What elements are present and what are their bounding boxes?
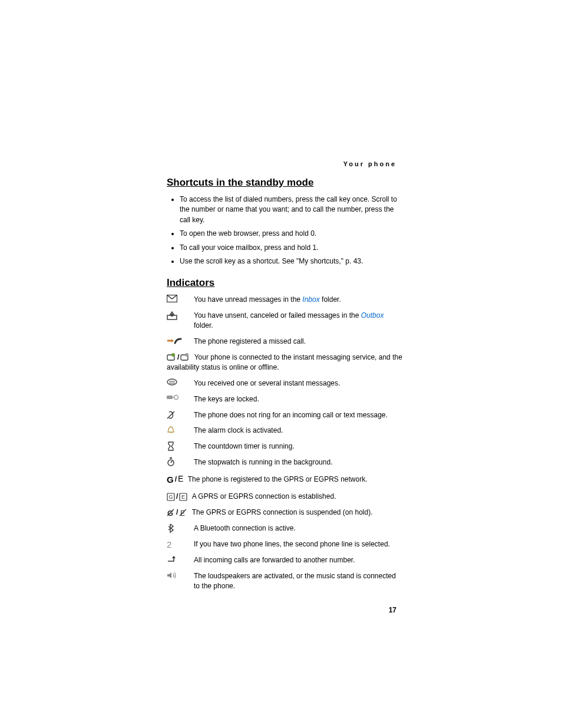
list-item: Use the scroll key as a shortcut. See "M… <box>180 256 402 266</box>
inbox-link[interactable]: Inbox <box>302 295 319 304</box>
indicators-heading: Indicators <box>167 277 402 289</box>
outbox-link[interactable]: Outbox <box>361 311 384 319</box>
indicator-text: The phone registered a missed call. <box>194 337 402 347</box>
stopwatch-icon <box>167 457 175 466</box>
indicator-row: All incoming calls are forwarded to anot… <box>167 555 402 565</box>
page-number: 17 <box>167 606 402 614</box>
shortcuts-heading: Shortcuts in the standby mode <box>167 177 402 189</box>
svg-rect-17 <box>170 457 172 459</box>
svg-rect-2 <box>171 314 173 317</box>
indicator-row: The phone registered a missed call. <box>167 337 402 347</box>
silent-icon <box>167 410 175 420</box>
svg-text:E: E <box>181 494 185 500</box>
im-received-icon <box>167 378 177 387</box>
list-item: To call your voice mailbox, press and ho… <box>180 243 402 253</box>
envelope-icon <box>167 295 177 302</box>
indicator-text: The keys are locked. <box>194 394 402 404</box>
indicator-row: The alarm clock is activated. <box>167 426 402 436</box>
indicator-row: A Bluetooth connection is active. <box>167 523 402 533</box>
indicator-text: You have unsent, canceled or failed mess… <box>194 311 402 331</box>
indicator-text: You have unread messages in the Inbox fo… <box>194 295 402 305</box>
loudspeaker-icon <box>167 571 177 579</box>
indicator-text: The stopwatch is running in the backgrou… <box>194 457 402 467</box>
keylock-icon <box>167 394 180 400</box>
indicator-row: / Your phone is connected to the instant… <box>167 353 402 373</box>
indicator-row: G / E The phone is registered to the GPR… <box>167 473 402 486</box>
missed-call-icon <box>167 337 182 345</box>
svg-point-6 <box>185 353 189 357</box>
indicator-row: You have unsent, canceled or failed mess… <box>167 311 402 331</box>
indicator-text: You received one or several instant mess… <box>194 378 402 388</box>
svg-text:G: G <box>168 494 173 500</box>
indicator-text: The alarm clock is activated. <box>194 426 402 436</box>
indicator-text: G / E The GPRS or EGPRS connection is su… <box>167 508 402 518</box>
indicator-text: G / E The phone is registered to the GPR… <box>167 473 402 486</box>
indicator-row: The phone does not ring for an incoming … <box>167 410 402 420</box>
timer-icon <box>167 442 175 451</box>
svg-line-16 <box>171 461 172 463</box>
svg-rect-10 <box>167 396 173 399</box>
gprs-pair-icon: G / E <box>167 473 183 486</box>
indicator-text: The countdown timer is running. <box>194 442 402 452</box>
indicator-row: G / E A GPRS or EGPRS connection is esta… <box>167 492 402 502</box>
indicator-row: 2 If you have two phone lines, the secon… <box>167 539 402 549</box>
indicator-row: The countdown timer is running. <box>167 442 402 452</box>
gprs-conn-pair-icon: G / E <box>167 492 187 502</box>
forward-icon <box>167 555 178 562</box>
indicator-row: You have unread messages in the Inbox fo… <box>167 295 402 305</box>
list-item: To access the list of dialed numbers, pr… <box>180 195 402 225</box>
list-item: To open the web browser, press and hold … <box>180 229 402 239</box>
indicator-text: A Bluetooth connection is active. <box>194 523 402 533</box>
shortcuts-list: To access the list of dialed numbers, pr… <box>167 195 402 266</box>
alarm-icon <box>167 426 175 434</box>
page-header: Your phone <box>167 160 402 167</box>
indicator-row: You received one or several instant mess… <box>167 378 402 388</box>
indicator-text: / Your phone is connected to the instant… <box>167 353 402 373</box>
gprs-hold-pair-icon: G / E <box>167 508 187 518</box>
indicator-row: The loudspeakers are activated, or the m… <box>167 571 402 591</box>
line2-icon: 2 <box>167 539 171 549</box>
outbox-icon <box>167 311 177 320</box>
svg-point-4 <box>171 353 175 357</box>
indicator-text: All incoming calls are forwarded to anot… <box>194 555 402 565</box>
indicator-text: G / E A GPRS or EGPRS connection is esta… <box>167 492 402 502</box>
indicator-text: The phone does not ring for an incoming … <box>194 410 402 420</box>
indicator-row: The stopwatch is running in the backgrou… <box>167 457 402 467</box>
im-pair-icon: / <box>167 353 190 363</box>
svg-point-11 <box>174 395 178 399</box>
indicator-text: The loudspeakers are activated, or the m… <box>194 571 402 591</box>
indicator-row: G / E The GPRS or EGPRS connection is su… <box>167 508 402 518</box>
svg-point-7 <box>167 379 177 385</box>
indicator-text: If you have two phone lines, the second … <box>194 539 402 549</box>
bluetooth-icon <box>167 523 175 533</box>
indicator-row: The keys are locked. <box>167 394 402 404</box>
svg-point-14 <box>170 432 171 433</box>
